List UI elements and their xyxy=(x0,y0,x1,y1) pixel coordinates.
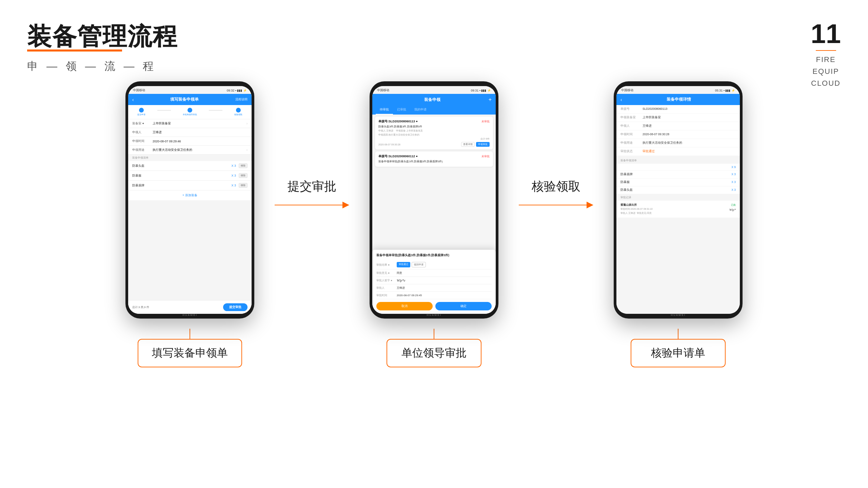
apply-approval-btn[interactable]: 申领审批 xyxy=(476,142,490,147)
pass-btn[interactable]: 审批通过 xyxy=(397,262,410,267)
page-divider xyxy=(816,50,836,51)
equip-list-title: 装备申领清单 xyxy=(616,157,740,164)
caption-2-wrapper: 单位领导审批 xyxy=(370,329,498,367)
phone-detail: 中国移动 05:31 ▪ ▮▮▮ ⚡ ‹ 装备申领详情 单据号 SLD20200… xyxy=(614,81,743,319)
detail-row-status: 审批状态 审批通过 xyxy=(616,147,740,156)
form-row-time: 申领时间 2020-08-07 09:29:46 xyxy=(128,137,252,146)
detail-row-purpose: 申领用途 执行重大活动安全保卫任务的 xyxy=(616,139,740,147)
status-bar-3: 中国移动 05:31 ▪ ▮▮▮ ⚡ xyxy=(616,86,740,94)
popup-row-opinion: 审批意见 ● 同意 xyxy=(376,269,492,277)
popup-row-result: 审批结果 ● 审批通过 驳回申请 xyxy=(376,260,492,269)
page-header: 装备管理流程 申 — 领 — 流 — 程 xyxy=(27,20,178,74)
title-underline xyxy=(27,49,122,52)
phone-approval: 中国移动 09:31 ▪ ▮▮▮ ⚡ 装备申领 + 待审批 已审批 我的申请 xyxy=(370,81,498,319)
equip-shield-row: 防暴盾牌 X 3 xyxy=(616,171,740,179)
main-content: 中国移动 09:32 ▪ ▮▮▮ ⚡ ‹ 填写装备申领单 流程说明 提交申请 xyxy=(0,75,868,488)
caption-1-wrapper: 填写装备申领单 xyxy=(125,329,254,367)
form-area: 装备室 ● 上华所装备室 › 申领人 王锋进 申领时间 2020-08-07 0… xyxy=(128,119,252,314)
arrow-verify: 核验领取 xyxy=(519,178,593,208)
popup-row-approver: 审批人 王锋进 xyxy=(376,284,492,292)
caption-box-3: 核验申请单 xyxy=(631,339,726,367)
detail-row-person: 申领人 王锋进 xyxy=(616,122,740,130)
form-row-person: 申领人 王锋进 xyxy=(128,128,252,137)
caption-box-2: 单位领导审批 xyxy=(387,339,481,367)
page-title: 装备管理流程 xyxy=(27,20,178,53)
view-detail-btn[interactable]: 查看详情 xyxy=(461,142,475,147)
status-bar-2: 中国移动 09:31 ▪ ▮▮▮ ⚡ xyxy=(372,86,496,94)
captions-row: 填写装备申领单 单位领导审批 核验申请单 xyxy=(125,329,743,367)
nav-bar-1: ‹ 填写装备申领单 流程说明 xyxy=(128,94,252,105)
step-3: 核验领取 xyxy=(234,108,242,116)
page-number: 11 xyxy=(811,20,841,47)
page-subtitle: 申 — 领 — 流 — 程 xyxy=(27,59,178,74)
arrow-submit: 提交审批 xyxy=(275,178,349,208)
approval-record-title: 审批记录 xyxy=(616,194,740,201)
add-equip-btn[interactable]: + 添加装备 xyxy=(128,190,252,200)
approval-popup: 装备申领单审批(防暴头盔3件,防暴服3件,防暴盾牌3件) 审批结果 ● 审批通过… xyxy=(372,250,496,314)
reject-btn[interactable]: 驳回申请 xyxy=(412,262,426,267)
equip-row-helmet: 防暴头盔 X 3 移除 xyxy=(128,161,252,171)
form-row-room: 装备室 ● 上华所装备室 › xyxy=(128,119,252,128)
nav-bar-3: ‹ 装备申领详情 xyxy=(616,94,740,105)
detail-row-id: 单据号 SLD202008060113 xyxy=(616,105,740,114)
detail-row-time: 申领时间 2020-08-07 09:30:28 xyxy=(616,130,740,139)
steps-bar: 提交申请 本机构领导审批 核验领取 xyxy=(128,105,252,119)
title-text: 装备管理流程 xyxy=(27,23,178,50)
nav-bar-2: 装备申领 + xyxy=(372,94,496,105)
equip-suit-row: 防暴服 X 3 xyxy=(616,179,740,186)
caption-box-1: 填写装备申领单 xyxy=(138,339,242,367)
equip-helmet-row: 防暴头盔 X 3 xyxy=(616,186,740,194)
approval-record: 紫蓬山派出所 审批时间:2020-08-07 09:31:22 审批人:王锋进 … xyxy=(616,201,740,218)
phone-fill-form: 中国移动 09:32 ▪ ▮▮▮ ⚡ ‹ 填写装备申领单 流程说明 提交申请 xyxy=(125,81,254,319)
step-1: 提交申请 xyxy=(137,108,145,116)
equip-row-suit: 防暴服 X 3 移除 xyxy=(128,171,252,181)
phones-row: 中国移动 09:32 ▪ ▮▮▮ ⚡ ‹ 填写装备申领单 流程说明 提交申请 xyxy=(125,81,743,319)
status-bar-1: 中国移动 09:32 ▪ ▮▮▮ ⚡ xyxy=(128,86,252,94)
approval-list: 单据号:SLD202008060113 ● 未审批 防暴头盔3件,防暴服3件,防… xyxy=(372,115,496,314)
popup-cancel-btn[interactable]: 取消 xyxy=(376,302,433,310)
tab-approved[interactable]: 已审批 xyxy=(393,105,410,115)
form-row-purpose: 申领用途 执行重大活动安全保卫任务的 › xyxy=(128,146,252,155)
tab-pending[interactable]: 待审批 xyxy=(376,105,393,115)
caption-3-wrapper: 核验申请单 xyxy=(614,329,743,367)
equip-total-row: X 9 xyxy=(616,164,740,171)
detail-basic-section: 单据号 SLD202008060113 申领装备室 上华所装备室 申领人 王锋进 xyxy=(616,105,740,156)
popup-confirm-btn[interactable]: 确定 xyxy=(435,302,492,310)
approval-card-2: 单据号:SLD202008060112 ● 未审批 装备申领单审批(防暴头盔3件… xyxy=(375,151,493,167)
step-2: 本机构领导审批 xyxy=(183,108,197,116)
equip-section-header: 装备申领清单 xyxy=(128,155,252,161)
approval-card-1: 单据号:SLD202008060113 ● 未审批 防暴头盔3件,防暴服3件,防… xyxy=(375,117,493,149)
bottom-bar-1: 总计:3 类,9 件 提交审批 xyxy=(128,300,252,314)
popup-row-sign: 审批人签字 ● Wlp*e xyxy=(376,277,492,284)
tab-mine[interactable]: 我的申请 xyxy=(410,105,431,115)
popup-row-time: 审批时间 2020-08-07 09:29:45 xyxy=(376,292,492,299)
detail-area: 单据号 SLD202008060113 申领装备室 上华所装备室 申领人 王锋进 xyxy=(616,105,740,314)
equip-row-shield: 防暴盾牌 X 3 移除 xyxy=(128,181,252,190)
tab-bar: 待审批 已审批 我的申请 xyxy=(372,105,496,115)
detail-row-room: 申领装备室 上华所装备室 xyxy=(616,114,740,122)
